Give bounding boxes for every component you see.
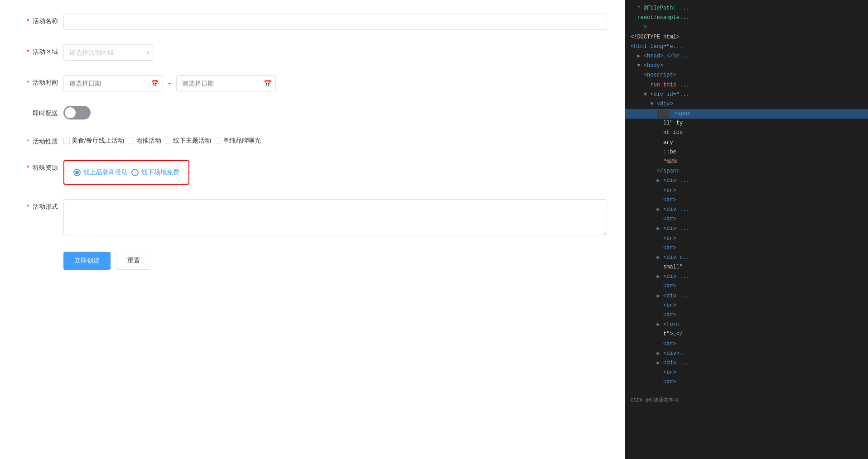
submit-button[interactable]: 立即创建: [63, 252, 111, 270]
code-line-18: </span>: [625, 167, 868, 176]
code-line-31: ▶ <div ...: [625, 292, 868, 301]
code-line-37: ▶ <div>…: [625, 349, 868, 359]
label-activity-form: * 活动形式: [18, 199, 63, 211]
code-panel: * @FilePath: ... react/example... --> <!…: [625, 0, 868, 459]
date-separator: -: [169, 80, 171, 87]
activity-area-select[interactable]: 请选择活动区域: [63, 44, 154, 61]
code-line-27: ▶ <div d...: [625, 253, 868, 263]
checkbox-item-ground[interactable]: 地推活动: [128, 137, 161, 145]
activity-name-input[interactable]: [63, 14, 607, 30]
activity-nature-checkboxes: 美食/餐厅线上活动 地推活动 线下主题活动 单纯品牌曝光: [63, 134, 607, 145]
code-line-40: <br>: [625, 378, 868, 387]
code-line-16: ::be: [625, 148, 868, 157]
checkbox-offline[interactable]: [165, 138, 171, 144]
label-activity-time: * 活动时间: [18, 75, 63, 87]
input-activity-name-wrapper: [63, 14, 607, 30]
code-line-17: "编辑: [625, 157, 868, 167]
required-star-time: *: [27, 79, 29, 86]
select-area-container: 请选择活动区域 ▾: [63, 44, 154, 61]
code-line-34: ▶ <form: [625, 320, 868, 330]
code-line-10: ▼ <div id="...: [625, 90, 868, 100]
label-instant-delivery: 即时配送: [18, 106, 63, 118]
code-line-13: ll" ty: [625, 119, 868, 128]
field-special-resource: * 特殊资源 线上品牌商赞助 线下场地免费: [18, 160, 607, 185]
instant-delivery-toggle[interactable]: [63, 106, 91, 120]
form-panel: * 活动名称 * 活动区域 请选择活动区域 ▾ * 活动时间: [0, 0, 625, 459]
code-line-28: small": [625, 263, 868, 272]
field-instant-delivery: 即时配送: [18, 106, 607, 120]
special-resource-wrapper: 线上品牌商赞助 线下场地免费: [63, 160, 607, 185]
label-activity-name: * 活动名称: [18, 14, 63, 25]
start-date-input[interactable]: [63, 75, 163, 91]
code-line-6: ▶ <head>…</he...: [625, 52, 868, 61]
code-line-14: nt ico: [625, 128, 868, 138]
toggle-wrapper-outer: [63, 106, 607, 120]
required-star-resource: *: [27, 164, 29, 171]
end-date-wrapper: 📅: [176, 75, 276, 91]
code-line-19: ▶ <div ...: [625, 176, 868, 186]
code-line-15: ary: [625, 138, 868, 148]
code-line-33: <br>: [625, 311, 868, 320]
field-activity-area: * 活动区域 请选择活动区域 ▾: [18, 44, 607, 61]
code-line-1: * @FilePath: ...: [625, 4, 868, 13]
label-activity-nature: * 活动性质: [18, 134, 63, 146]
code-panel-footer: CSDN @韩迪还在学习: [625, 387, 868, 405]
code-line-8: <noscript>: [625, 71, 868, 80]
required-star: *: [27, 17, 29, 24]
code-line-20: <br>: [625, 186, 868, 196]
required-star-area: *: [27, 48, 29, 55]
code-line-3: -->: [625, 23, 868, 32]
checkbox-group-wrapper: 美食/餐厅线上活动 地推活动 线下主题活动 单纯品牌曝光: [63, 134, 607, 145]
code-line-7: ▼ <body>: [625, 61, 868, 71]
field-activity-nature: * 活动性质 美食/餐厅线上活动 地推活动 线下主题活动 单: [18, 134, 607, 146]
checkbox-item-brand[interactable]: 单纯品牌曝光: [215, 137, 261, 145]
checkbox-item-offline[interactable]: 线下主题活动: [165, 137, 211, 145]
time-range-wrapper: 📅 - 📅: [63, 75, 607, 91]
label-special-resource: * 特殊资源: [18, 160, 63, 172]
code-line-30: <br>: [625, 282, 868, 291]
toggle-knob: [65, 107, 76, 118]
code-line-2: react/example...: [625, 13, 868, 23]
radio-item-online[interactable]: 线上品牌商赞助: [73, 168, 128, 177]
required-star-form: *: [27, 203, 29, 210]
checkbox-ground[interactable]: [128, 138, 134, 144]
code-line-35: t">…</: [625, 330, 868, 339]
checkbox-food[interactable]: [63, 138, 70, 144]
special-resource-box: 线上品牌商赞助 线下场地免费: [63, 160, 189, 185]
checkbox-brand[interactable]: [215, 138, 221, 144]
button-row: 立即创建 重置: [18, 252, 607, 270]
radio-item-offline-venue[interactable]: 线下场地免费: [131, 168, 179, 177]
code-line-26: <br>: [625, 244, 868, 253]
radio-offline-venue[interactable]: [131, 169, 139, 176]
code-line-5: <html lang="e...: [625, 42, 868, 52]
special-resource-radios: 线上品牌商赞助 线下场地免费: [73, 168, 179, 177]
field-activity-form: * 活动形式: [18, 199, 607, 237]
checkbox-item-food[interactable]: 美食/餐厅线上活动: [63, 137, 124, 145]
code-line-36: <br>: [625, 339, 868, 349]
start-date-wrapper: 📅: [63, 75, 163, 91]
field-activity-time: * 活动时间 📅 - 📅: [18, 75, 607, 91]
label-activity-area: * 活动区域: [18, 44, 63, 56]
date-row: 📅 - 📅: [63, 75, 607, 91]
code-line-12: ... <span: [625, 109, 868, 119]
activity-form-textarea[interactable]: [63, 199, 607, 235]
code-line-21: <br>: [625, 196, 868, 205]
code-line-39: <br>: [625, 368, 868, 378]
required-star-nature: *: [27, 138, 29, 145]
code-line-29: ▶ <div ...: [625, 272, 868, 282]
code-line-25: <br>: [625, 234, 868, 244]
toggle-container: [63, 106, 607, 120]
field-activity-name: * 活动名称: [18, 14, 607, 30]
reset-button[interactable]: 重置: [116, 252, 151, 270]
code-line-9: run this ...: [625, 81, 868, 90]
code-line-22: ▶ <div ...: [625, 205, 868, 215]
code-line-38: ▶ <div ...: [625, 359, 868, 368]
code-line-32: <br>: [625, 301, 868, 311]
select-area-wrapper: 请选择活动区域 ▾: [63, 44, 607, 61]
code-line-11: ▼ <div>: [625, 100, 868, 109]
code-line-23: <br>: [625, 215, 868, 224]
end-date-input[interactable]: [176, 75, 276, 91]
code-line-24: ▶ <div ...: [625, 224, 868, 234]
radio-online[interactable]: [73, 169, 81, 176]
textarea-wrapper: [63, 199, 607, 237]
